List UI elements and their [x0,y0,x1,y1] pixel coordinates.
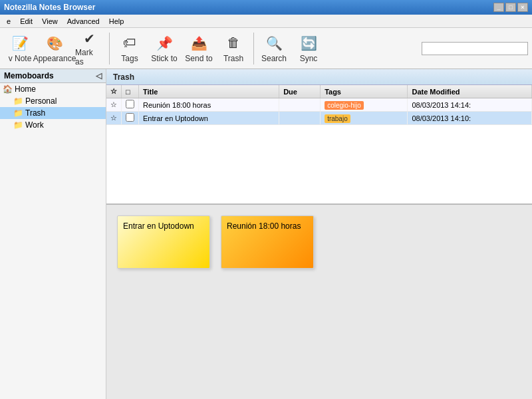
tags-label: Tags [121,54,138,63]
trash-folder-icon: 📁 [13,108,23,118]
search-button[interactable]: 🔍 Search [258,31,290,66]
tag-badge: trabajo [325,114,350,123]
toolbar-sep-1 [109,33,110,65]
work-folder-icon: 📁 [13,120,23,130]
row-title[interactable]: Reunión 18:00 horas [139,98,279,112]
sidebar-home-label: Home [15,84,36,94]
row-star[interactable]: ☆ [106,98,122,112]
row-title[interactable]: Entrar en Uptodown [139,112,279,125]
sidebar-header: Memoboards ◁ [0,69,106,83]
tags-icon: 🏷 [120,34,139,53]
new-note-icon: 📝 [11,34,29,53]
row-check[interactable] [122,112,139,125]
table-row[interactable]: ☆ Reunión 18:00 horas colegio-hijo 08/03… [106,98,532,112]
row-star[interactable]: ☆ [106,112,122,125]
col-tags[interactable]: Tags [321,85,408,98]
minimize-button[interactable]: _ [493,3,504,12]
row-check[interactable] [122,98,139,112]
sidebar-title: Memoboards [4,71,54,80]
notes-preview: Entrar en Uptodown Reunión 18:00 horas [106,205,532,399]
col-due[interactable]: Due [279,85,321,98]
row-due [279,98,321,112]
sidebar: Memoboards ◁ 🏠 Home 📁 Personal 📁 Trash 📁… [0,69,106,399]
content-title: Trash [113,72,134,82]
table-row[interactable]: ☆ Entrar en Uptodown trabajo 08/03/2013 … [106,112,532,125]
col-star[interactable]: ☆ [106,85,122,98]
row-tag[interactable]: colegio-hijo [321,98,408,112]
note-card-text: Reunión 18:00 horas [227,221,301,231]
tag-badge: colegio-hijo [325,101,364,110]
col-date[interactable]: Date Modified [408,85,532,98]
menu-advanced[interactable]: Advanced [63,16,104,27]
search-input[interactable] [422,42,528,55]
sync-icon: 🔄 [299,34,318,53]
row-date: 08/03/2013 14:10: [408,112,532,125]
home-icon: 🏠 [3,84,13,94]
sidebar-personal-label: Personal [25,96,57,106]
col-check[interactable]: □ [122,85,139,98]
appearance-label: Appearance [33,54,76,63]
stick-to-button[interactable]: 📌 Stick to [148,31,180,66]
title-bar: Notezilla Notes Browser _ □ × [0,0,532,15]
note-card-reunion[interactable]: Reunión 18:00 horas [221,215,314,269]
sidebar-item-trash[interactable]: 📁 Trash [0,107,106,119]
maximize-button[interactable]: □ [505,3,516,12]
send-to-button[interactable]: 📤 Send to [183,31,215,66]
sidebar-trash-label: Trash [25,108,45,118]
notes-table-container[interactable]: ☆ □ Title Due Tags Date Modified ☆ Reuni… [106,85,532,205]
trash-label: Trash [223,54,243,63]
mark-as-label: Mark as [75,48,103,66]
row-due [279,112,321,125]
note-card-text: Entrar en Uptodown [123,221,194,231]
sync-label: Sync [300,54,318,63]
col-title[interactable]: Title [139,85,279,98]
menu-bar: e Edit View Advanced Help [0,15,532,28]
sidebar-item-home[interactable]: 🏠 Home [0,83,106,95]
menu-help[interactable]: Help [105,16,128,27]
personal-folder-icon: 📁 [13,96,23,106]
search-label: Search [261,54,287,63]
row-date: 08/03/2013 14:14: [408,98,532,112]
tags-button[interactable]: 🏷 Tags [114,31,146,66]
stick-to-icon: 📌 [155,34,174,53]
notes-table: ☆ □ Title Due Tags Date Modified ☆ Reuni… [106,85,532,125]
pin-icon[interactable]: ◁ [96,71,102,80]
menu-edit[interactable]: Edit [16,16,37,27]
row-tag[interactable]: trabajo [321,112,408,125]
search-icon: 🔍 [265,34,283,53]
trash-button[interactable]: 🗑 Trash [217,31,249,66]
new-note-button[interactable]: 📝 v Note [4,31,36,66]
stick-to-label: Stick to [151,54,177,63]
appearance-icon: 🎨 [45,34,64,53]
toolbar-sep-2 [253,33,254,65]
menu-view[interactable]: View [38,16,62,27]
window-controls: _ □ × [493,3,528,12]
sidebar-item-work[interactable]: 📁 Work [0,119,106,131]
close-button[interactable]: × [517,3,528,12]
sync-button[interactable]: 🔄 Sync [293,31,325,66]
app-title: Notezilla Notes Browser [4,3,95,12]
mark-as-button[interactable]: ✔ Mark as [73,31,105,66]
row-checkbox[interactable] [126,113,134,122]
toolbar-search-box [422,42,528,55]
note-card-uptodown[interactable]: Entrar en Uptodown [117,215,210,269]
row-checkbox[interactable] [126,100,134,108]
menu-file[interactable]: e [3,16,15,27]
sidebar-item-personal[interactable]: 📁 Personal [0,95,106,107]
send-to-icon: 📤 [190,34,208,53]
content-header: Trash [106,69,532,85]
appearance-button[interactable]: 🎨 Appearance [39,31,70,66]
main-area: Memoboards ◁ 🏠 Home 📁 Personal 📁 Trash 📁… [0,69,532,399]
trash-icon: 🗑 [224,34,243,53]
content-area: Trash ☆ □ Title Due Tags Date Modified [106,69,532,399]
send-to-label: Send to [185,54,212,63]
sidebar-work-label: Work [25,120,44,130]
new-note-label: v Note [9,54,32,63]
table-header-row: ☆ □ Title Due Tags Date Modified [106,85,532,98]
toolbar: 📝 v Note 🎨 Appearance ✔ Mark as 🏷 Tags 📌… [0,28,532,69]
mark-as-icon: ✔ [80,31,98,47]
